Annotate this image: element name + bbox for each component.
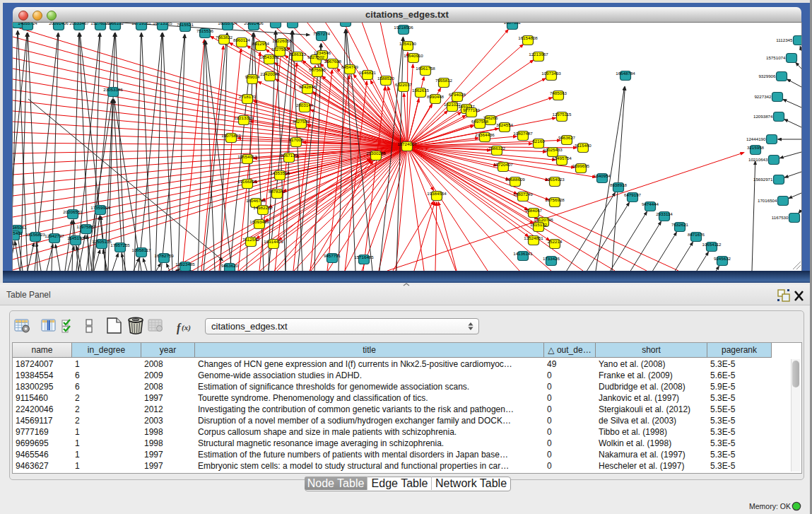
svg-text:f: f (177, 322, 182, 334)
svg-text:(x): (x) (182, 323, 191, 332)
